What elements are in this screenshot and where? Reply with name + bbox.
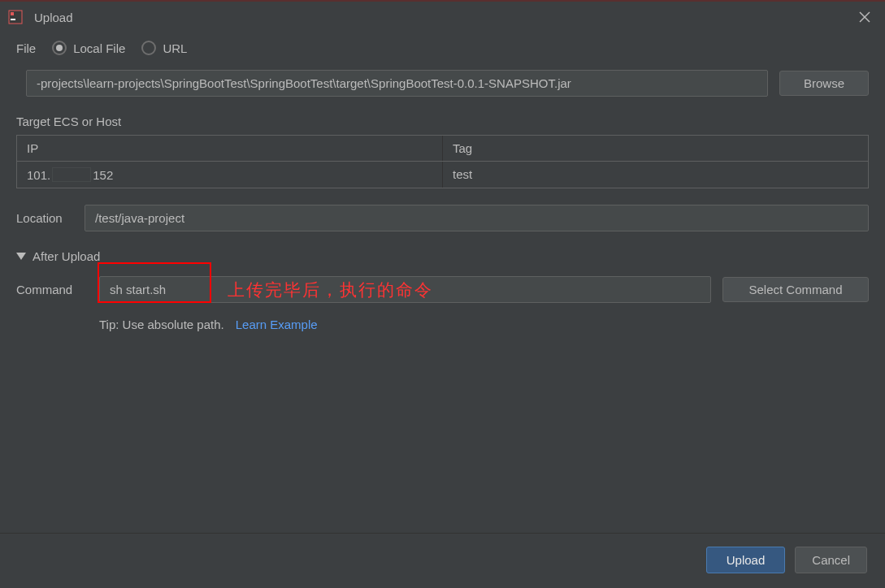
titlebar: Upload bbox=[0, 0, 885, 32]
location-label: Location bbox=[16, 211, 73, 225]
file-source-radio-group: Local File URL bbox=[52, 41, 187, 55]
browse-button[interactable]: Browse bbox=[779, 71, 869, 96]
target-table: IP Tag 101. 152 test bbox=[16, 135, 869, 188]
radio-local-file-label: Local File bbox=[73, 41, 125, 55]
radio-local-file[interactable]: Local File bbox=[52, 41, 125, 55]
close-button[interactable] bbox=[852, 5, 877, 29]
radio-url-label: URL bbox=[163, 41, 187, 55]
table-cell-ip: 101. 152 bbox=[17, 162, 443, 188]
file-path-input[interactable] bbox=[26, 70, 768, 97]
dialog-title: Upload bbox=[34, 11, 73, 24]
tip-text: Tip: Use absolute path. bbox=[99, 318, 224, 331]
table-row[interactable]: 101. 152 test bbox=[17, 162, 868, 188]
target-section-label: Target ECS or Host bbox=[16, 115, 869, 128]
radio-icon bbox=[141, 41, 156, 55]
svg-rect-2 bbox=[11, 19, 15, 20]
location-input[interactable] bbox=[85, 205, 869, 231]
dialog-footer: Upload Cancel bbox=[0, 533, 885, 588]
command-label: Command bbox=[16, 283, 88, 296]
cancel-button[interactable]: Cancel bbox=[795, 547, 867, 573]
upload-button[interactable]: Upload bbox=[706, 547, 786, 573]
command-input[interactable] bbox=[99, 276, 711, 303]
file-path-row: Browse bbox=[16, 70, 869, 97]
command-row: Command 上传完毕后，执行的命令 Select Command bbox=[16, 276, 869, 303]
ip-prefix: 101. bbox=[27, 168, 50, 182]
ip-suffix: 152 bbox=[93, 168, 113, 182]
ip-redacted-block bbox=[52, 167, 91, 182]
after-upload-label: After Upload bbox=[33, 249, 100, 263]
titlebar-left: Upload bbox=[8, 10, 73, 24]
file-label: File bbox=[16, 41, 36, 55]
learn-example-link[interactable]: Learn Example bbox=[236, 318, 318, 331]
file-source-row: File Local File URL bbox=[16, 41, 869, 55]
dialog-content: File Local File URL Browse Target ECS or… bbox=[0, 32, 885, 348]
table-header-tag: Tag bbox=[443, 136, 868, 161]
after-upload-header[interactable]: After Upload bbox=[16, 249, 869, 263]
radio-icon bbox=[52, 41, 67, 55]
table-header-row: IP Tag bbox=[17, 136, 868, 162]
close-icon bbox=[859, 11, 870, 23]
table-cell-tag: test bbox=[443, 162, 868, 188]
svg-rect-1 bbox=[11, 12, 14, 15]
location-row: Location bbox=[16, 205, 869, 231]
chevron-down-icon bbox=[16, 253, 26, 260]
table-header-ip: IP bbox=[17, 136, 443, 161]
radio-url[interactable]: URL bbox=[141, 41, 187, 55]
intellij-icon bbox=[8, 10, 23, 24]
tip-row: Tip: Use absolute path. Learn Example bbox=[16, 318, 869, 331]
select-command-button[interactable]: Select Command bbox=[722, 277, 869, 302]
